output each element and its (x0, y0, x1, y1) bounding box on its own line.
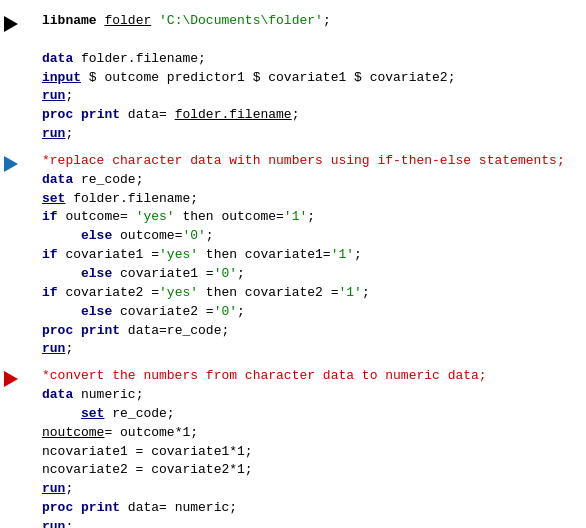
code-section-0: libname folder 'C:\Documents\folder'; da… (0, 10, 586, 146)
code-line-l8: *replace character data with numbers usi… (42, 152, 586, 171)
code-line-l6: proc print data= folder.filename; (42, 106, 586, 125)
code-section-1: *replace character data with numbers usi… (0, 150, 586, 361)
code-section-2: *convert the numbers from character data… (0, 365, 586, 528)
code-line-l4: input $ outcome predictor1 $ covariate1 … (42, 69, 586, 88)
code-line-l22: noutcome= outcome*1; (42, 424, 586, 443)
arrow-red (0, 367, 36, 387)
code-line-l24: ncovariate2 = covariate2*1; (42, 461, 586, 480)
arrow-blue (0, 152, 36, 172)
blue-arrow-icon (4, 156, 18, 172)
code-lines-1: *replace character data with numbers usi… (36, 152, 586, 359)
code-line-l1: libname folder 'C:\Documents\folder'; (42, 12, 586, 31)
code-line-l11: if outcome= 'yes' then outcome='1'; (42, 208, 586, 227)
code-line-l2 (42, 31, 586, 50)
code-line-l14: else covariate1 ='0'; (42, 265, 586, 284)
code-line-l21: set re_code; (42, 405, 586, 424)
code-line-l18: run; (42, 340, 586, 359)
code-line-l7: run; (42, 125, 586, 144)
code-line-l25: run; (42, 480, 586, 499)
code-line-l20: data numeric; (42, 386, 586, 405)
code-line-l3: data folder.filename; (42, 50, 586, 69)
code-line-l12: else outcome='0'; (42, 227, 586, 246)
red-arrow-icon (4, 371, 18, 387)
code-line-l16: else covariate2 ='0'; (42, 303, 586, 322)
code-line-l17: proc print data=re_code; (42, 322, 586, 341)
code-line-l5: run; (42, 87, 586, 106)
code-line-l19: *convert the numbers from character data… (42, 367, 586, 386)
black-arrow-icon (4, 16, 18, 32)
code-line-l10: set folder.filename; (42, 190, 586, 209)
code-line-l26: proc print data= numeric; (42, 499, 586, 518)
code-line-l13: if covariate1 ='yes' then covariate1='1'… (42, 246, 586, 265)
code-line-l9: data re_code; (42, 171, 586, 190)
arrow-black (0, 12, 36, 32)
code-line-l15: if covariate2 ='yes' then covariate2 ='1… (42, 284, 586, 303)
code-lines-2: *convert the numbers from character data… (36, 367, 586, 528)
code-lines-0: libname folder 'C:\Documents\folder'; da… (36, 12, 586, 144)
code-editor: libname folder 'C:\Documents\folder'; da… (0, 10, 586, 528)
code-line-l27: run; (42, 518, 586, 528)
code-line-l23: ncovariate1 = covariate1*1; (42, 443, 586, 462)
